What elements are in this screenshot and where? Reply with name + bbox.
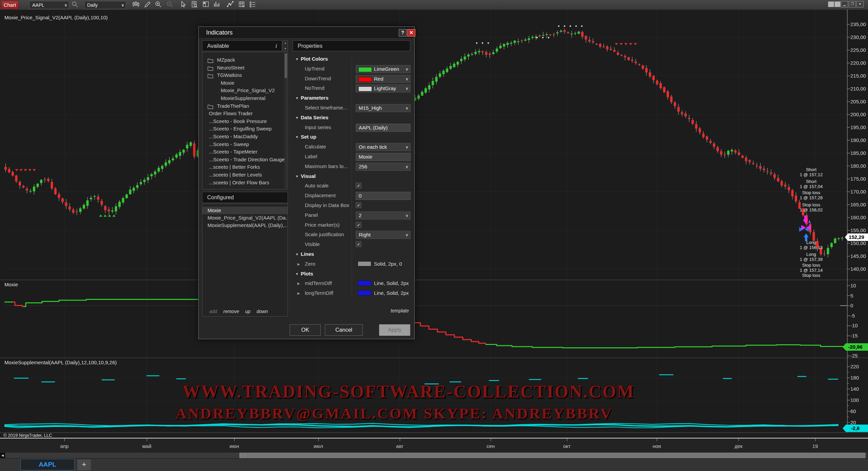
watermark-line2: ANDREYBBRV@GMAIL.COM SKYPE: ANDREYBBRV	[175, 405, 613, 422]
property-row: LabelMoxie	[293, 152, 410, 162]
collapse-icon[interactable]: ▼	[295, 175, 299, 178]
price-axis-label: 230,00	[850, 34, 867, 40]
scroll-left-button[interactable]: ◀	[0, 453, 5, 458]
checkbox[interactable]: ✔	[356, 241, 361, 247]
configured-list[interactable]: add remove up down MoxieMoxie_Price_Sign…	[202, 204, 288, 316]
ok-button[interactable]: OK	[290, 324, 321, 336]
text-input[interactable]: Moxie	[356, 153, 411, 161]
dialog-title-bar[interactable]: Indicators ? ✕	[199, 27, 414, 39]
price-axis-label: 200,00	[850, 111, 867, 117]
time-axis-label: 19	[812, 443, 818, 449]
expand-icon[interactable]: ▶	[297, 282, 300, 285]
text-input[interactable]: 0	[356, 192, 411, 200]
combo-select[interactable]: 256∨	[356, 163, 411, 171]
combo-select[interactable]: M15_High∨	[356, 104, 411, 112]
available-item[interactable]: Order Flows Trader	[202, 110, 288, 117]
property-group-label: Lines	[301, 251, 314, 257]
text-input-value: AAPL (Daily)	[359, 124, 388, 131]
property-label: Displacement	[305, 192, 336, 198]
available-item-label: TGWatkins	[217, 71, 242, 79]
cancel-button[interactable]: Cancel	[325, 324, 363, 336]
available-item[interactable]: Moxie	[202, 79, 288, 87]
configured-item[interactable]: MoxieSupplemental(AAPL (Daily),...	[202, 222, 288, 229]
property-row: ▼Lines	[293, 250, 410, 259]
available-item[interactable]: ...Sceeto - TapeMeter	[202, 148, 288, 156]
status-bar: © 2019 NinjaTrader, LLC	[0, 432, 868, 438]
list-spinner[interactable]: ▲ ▼	[283, 40, 288, 51]
collapse-icon[interactable]: ▼	[295, 96, 299, 100]
combo-select[interactable]: Right∨	[356, 231, 411, 239]
color-select[interactable]: Red∨	[356, 75, 411, 83]
trade-fill: 1 @ 157,04	[787, 184, 836, 189]
property-row: ▼Visual	[293, 172, 410, 181]
collapse-icon[interactable]: ▼	[295, 135, 299, 139]
available-item[interactable]: ...sceeto | Better Forks	[202, 163, 288, 171]
chevron-down-icon: ∨	[406, 65, 408, 73]
configured-item[interactable]: Moxie	[202, 207, 288, 214]
combo-value: 256	[359, 163, 367, 170]
supp-axis-label: 20	[850, 419, 867, 425]
available-item[interactable]: ...Sceeto - MacDaddy	[202, 133, 288, 140]
checkbox[interactable]: ✔	[356, 183, 361, 188]
template-link[interactable]: template	[391, 308, 409, 313]
collapse-icon[interactable]: ▼	[295, 272, 299, 276]
available-item[interactable]: ...Sceeto - Sweep	[202, 141, 288, 148]
collapse-icon[interactable]: ▼	[295, 57, 299, 61]
available-item[interactable]: ...Sceeto - Trade Direction Gauge	[202, 156, 288, 163]
dialog-close-button[interactable]: ✕	[407, 29, 415, 37]
available-item[interactable]: TGWatkins	[202, 71, 288, 79]
moxie-axis-label: 0	[850, 303, 867, 308]
apply-button[interactable]: Apply	[379, 324, 410, 336]
available-item[interactable]: ...Sceeto - Book Pressure	[202, 118, 288, 125]
time-tick	[567, 438, 567, 441]
collapse-icon[interactable]: ▼	[295, 116, 299, 120]
trade-annotation: Stop loss	[787, 273, 836, 278]
folder-icon	[208, 58, 213, 64]
up-button[interactable]: up	[245, 309, 251, 314]
available-item[interactable]: ...sceeto | Order Flow Bars	[202, 179, 288, 186]
available-item[interactable]: MZpack	[202, 56, 288, 64]
property-row: ▶ZeroSolid, 2px, 0	[293, 260, 410, 269]
combo-value: Right	[359, 231, 371, 239]
combo-select[interactable]: 2∨	[356, 211, 411, 220]
combo-select[interactable]: On each tick∨	[356, 143, 411, 151]
moxie-axis-label: 5	[850, 293, 867, 299]
available-item[interactable]: ...Sceeto - Engulfing Sweep	[202, 125, 288, 132]
help-button[interactable]: ?	[399, 29, 407, 37]
trade-fill: 1 @ 156,02	[787, 207, 836, 212]
tab-aapl[interactable]: AAPL	[20, 459, 75, 470]
supp-panel-label: MoxieSupplemental(AAPL (Daily),12,100,10…	[4, 360, 117, 365]
remove-button[interactable]: remove	[223, 309, 239, 314]
scrollbar-thumb[interactable]	[239, 453, 865, 458]
down-button[interactable]: down	[257, 309, 268, 314]
tab-bar: AAPL +	[0, 459, 868, 471]
info-icon[interactable]: i	[275, 41, 277, 51]
time-tick	[234, 438, 235, 441]
time-axis-label: ноя	[653, 443, 661, 449]
checkbox[interactable]: ✔	[356, 202, 361, 208]
available-item[interactable]: NeuroStreet	[202, 64, 288, 71]
available-item[interactable]: TradeThePlan	[202, 102, 288, 110]
available-list[interactable]: MZpackNeuroStreetTGWatkinsMoxieMoxie_Pri…	[202, 52, 288, 189]
available-item-label: MoxieSupplemental	[221, 95, 265, 102]
chevron-down-icon: ∨	[406, 143, 408, 151]
expand-icon[interactable]: ▶	[297, 262, 300, 266]
collapse-icon[interactable]: ▼	[295, 252, 299, 256]
color-select[interactable]: LimeGreen∨	[356, 65, 411, 73]
checkbox[interactable]: ✔	[356, 222, 361, 228]
available-item-label: ...sceeto | Better Levels	[209, 171, 262, 179]
add-button[interactable]: add	[209, 309, 217, 314]
configured-item[interactable]: Moxie_Price_Signal_V2(AAPL (Da...	[202, 214, 288, 222]
available-item[interactable]: ...sceeto | Better Levels	[202, 171, 288, 179]
supp-axis-label: 60	[850, 408, 867, 414]
color-select[interactable]: LightGray∨	[356, 84, 411, 93]
available-item[interactable]: Moxie_Price_Signal_V2	[202, 87, 288, 94]
text-input[interactable]: AAPL (Daily)	[356, 124, 411, 132]
time-axis-label: окт	[563, 443, 571, 449]
available-item[interactable]: MoxieSupplemental	[202, 95, 288, 102]
moxie-panel-label: Moxie	[4, 282, 18, 287]
add-tab-button[interactable]: +	[77, 459, 91, 470]
expand-icon[interactable]: ▶	[297, 291, 300, 295]
property-group-label: Set up	[301, 134, 316, 140]
time-axis[interactable]: апрмайиюниюлавгсеноктноядек19	[0, 438, 868, 452]
